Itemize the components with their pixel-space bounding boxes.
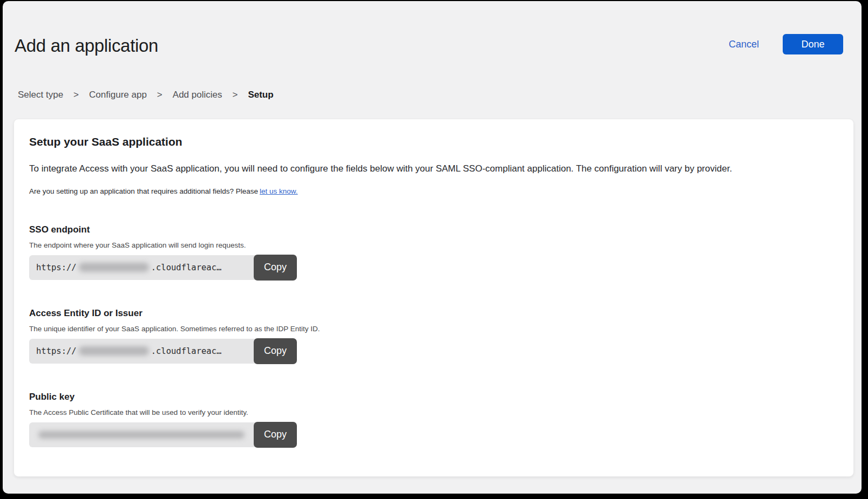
sso-endpoint-value-group: https:// .cloudflareac… Copy (29, 255, 297, 280)
breadcrumb: Select type > Configure app > Add polici… (3, 90, 862, 100)
breadcrumb-step-select-type[interactable]: Select type (18, 90, 63, 100)
access-entity-id-value-group: https:// .cloudflareac… Copy (29, 339, 297, 364)
breadcrumb-step-setup: Setup (248, 90, 273, 100)
field-description: The endpoint where your SaaS application… (29, 241, 838, 249)
sso-endpoint-value[interactable]: https:// .cloudflareac… (29, 255, 256, 280)
field-label: Public key (29, 392, 838, 402)
page-title: Add an application (15, 36, 843, 56)
field-description: The unique identifier of your SaaS appli… (29, 325, 838, 333)
field-access-entity-id: Access Entity ID or Issuer The unique id… (29, 308, 838, 364)
app-window: Add an application Cancel Done Select ty… (3, 1, 862, 494)
value-prefix: https:// (36, 263, 77, 272)
card-intro: To integrate Access with your SaaS appli… (29, 163, 838, 175)
copy-public-key-button[interactable]: Copy (254, 422, 297, 448)
note-text: Are you setting up an application that r… (29, 187, 258, 195)
public-key-value[interactable] (29, 422, 256, 447)
done-button[interactable]: Done (783, 34, 843, 54)
field-label: SSO endpoint (29, 224, 838, 235)
breadcrumb-step-add-policies[interactable]: Add policies (173, 90, 222, 100)
breadcrumb-separator: > (73, 90, 79, 100)
card-heading: Setup your SaaS application (29, 135, 838, 148)
page-header: Add an application Cancel Done (3, 1, 862, 56)
value-suffix: .cloudflareac… (151, 346, 222, 356)
redacted-value-blur (79, 346, 149, 356)
field-label: Access Entity ID or Issuer (29, 308, 838, 319)
breadcrumb-separator: > (232, 90, 238, 100)
breadcrumb-separator: > (157, 90, 162, 100)
redacted-value-blur (38, 431, 245, 439)
redacted-value-blur (79, 263, 149, 272)
copy-access-entity-id-button[interactable]: Copy (254, 338, 297, 364)
value-suffix: .cloudflareac… (151, 263, 222, 272)
field-public-key: Public key The Access Public Certificate… (29, 392, 838, 447)
value-prefix: https:// (36, 346, 77, 356)
access-entity-id-value[interactable]: https:// .cloudflareac… (29, 339, 256, 364)
setup-card: Setup your SaaS application To integrate… (13, 119, 854, 477)
field-description: The Access Public Certificate that will … (29, 408, 838, 416)
copy-sso-endpoint-button[interactable]: Copy (254, 255, 297, 281)
let-us-know-link[interactable]: let us know. (260, 187, 298, 195)
cancel-button[interactable]: Cancel (729, 39, 759, 50)
breadcrumb-step-configure-app[interactable]: Configure app (89, 90, 147, 100)
field-sso-endpoint: SSO endpoint The endpoint where your Saa… (29, 224, 838, 280)
public-key-value-group: Copy (29, 422, 297, 447)
header-actions: Cancel Done (729, 34, 843, 54)
card-note: Are you setting up an application that r… (29, 187, 838, 195)
